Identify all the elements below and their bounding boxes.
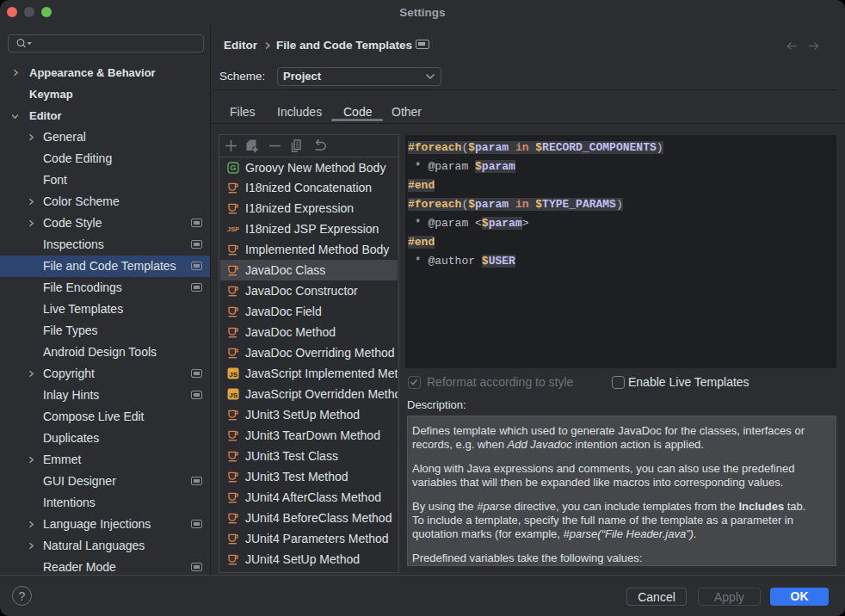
svg-text:G: G [230, 163, 236, 172]
svg-text:JS: JS [229, 371, 237, 379]
svg-text:JSP: JSP [227, 226, 239, 234]
svg-text:JS: JS [229, 391, 237, 399]
